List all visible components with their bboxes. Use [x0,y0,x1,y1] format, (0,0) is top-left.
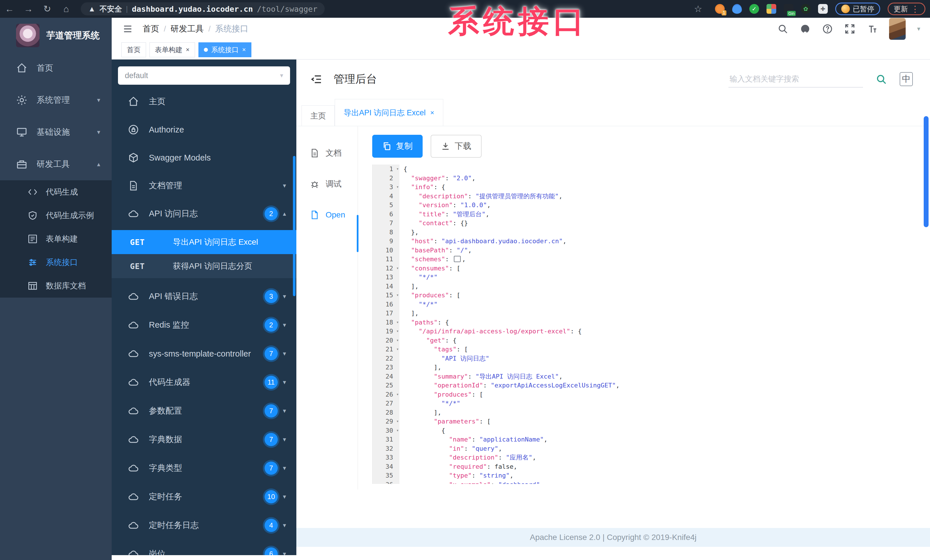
fold-caret-icon[interactable]: ▾ [396,390,399,399]
tag-tab-系统接口[interactable]: 系统接口× [199,42,251,57]
swagger-tag-参数配置[interactable]: 参数配置7▾ [112,397,296,425]
browser-menu-icon[interactable]: ⋮ [911,4,919,14]
sidebar-subitem-系统接口[interactable]: 系统接口 [0,251,112,274]
swagger-item-Authorize[interactable]: Authorize [112,116,296,144]
gutter-line: 24 [373,372,399,381]
swagger-tag-Redis 监控[interactable]: Redis 监控2▾ [112,311,296,339]
profile-paused-pill[interactable]: 已暂停 [835,3,880,15]
blue-drop-extension-icon[interactable] [732,4,742,14]
copy-button[interactable]: 复制 [372,135,423,158]
code-editor[interactable]: 1▾23▾456789101112▾131415▾161718▾19▾20▾21… [372,164,930,484]
fold-caret-icon[interactable]: ▾ [396,164,399,174]
token: "swagger" [411,175,445,182]
search-icon[interactable] [778,23,788,34]
fold-caret-icon[interactable]: ▾ [396,183,399,192]
page-scrollbar-thumb[interactable] [924,116,928,227]
gear-icon [16,94,28,106]
swagger-item-主页[interactable]: 主页 [112,87,296,116]
mini-tab-文档[interactable]: 文档 [296,138,358,169]
fold-caret-icon[interactable]: ▾ [396,264,399,273]
group-select[interactable]: default ▾ [118,66,290,85]
bookmark-star-icon[interactable]: ☆ [688,3,708,14]
mini-tab-调试[interactable]: 调试 [296,169,358,199]
tag-tab-首页[interactable]: 首页 [122,42,146,57]
breadcrumb-item[interactable]: 首页 [143,24,159,33]
swagger-tag-定时任务[interactable]: 定时任务10▾ [112,482,296,511]
swagger-sidebar-scrollbar[interactable] [293,156,296,296]
tag-tab-表单构建[interactable]: 表单构建× [149,42,195,57]
orange-badge-extension-icon[interactable]: 1 [715,4,725,14]
download-button[interactable]: 下载 [431,135,482,158]
doc-tab-导出API 访问日志 Excel[interactable]: 导出API 访问日志 Excel× [335,99,443,126]
fold-caret-icon[interactable]: ▾ [396,336,399,345]
fullscreen-icon[interactable] [844,23,855,34]
fold-caret-icon[interactable]: ▾ [396,345,399,354]
doc-search-input[interactable]: 输入文档关键字搜索 [728,71,863,87]
sidebar-subitem-数据库文档[interactable]: 数据库文档 [0,274,112,298]
puzzle-extension-icon[interactable]: ✚ [818,4,828,14]
doc-tab-主页[interactable]: 主页 [302,105,335,126]
back-icon[interactable]: ← [0,4,19,14]
collapse-sidebar-icon[interactable] [310,74,323,85]
operation-获得API 访问日志分页[interactable]: GET获得API 访问日志分页 [112,254,296,278]
doc-icon [128,180,139,192]
green-check-extension-icon[interactable]: ✓ [749,4,759,14]
app-logo-row[interactable]: 芋道管理系统 [0,18,112,52]
close-icon[interactable]: × [430,109,434,117]
sidebar-subitem-代码生成示例[interactable]: 代码生成示例 [0,204,112,227]
fold-caret-icon[interactable]: ▾ [396,417,399,426]
sidebar-subitem-代码生成[interactable]: 代码生成 [0,180,112,204]
green-leaf-extension-icon[interactable]: ✿ [801,4,811,14]
gin-extension-icon[interactable]: Gin [784,4,793,14]
address-bar[interactable]: ▲ 不安全 | dashboard.yudao.iocoder.cn /tool… [81,2,325,15]
forward-icon[interactable]: → [19,4,38,14]
fold-caret-icon[interactable]: ▾ [396,318,399,327]
count-badge: 3 [265,290,278,303]
close-icon[interactable]: × [186,46,189,54]
browser-home-icon[interactable]: ⌂ [57,4,75,14]
sidebar-subitem-表单构建[interactable]: 表单构建 [0,227,112,251]
color-grid-extension-icon[interactable] [767,4,776,14]
breadcrumb-item[interactable]: 研发工具 [171,24,204,33]
font-size-icon[interactable] [867,23,878,34]
token: , [462,256,466,263]
swagger-item-文档管理[interactable]: 文档管理▾ [112,172,296,200]
swagger-tag-字典类型[interactable]: 字典类型7▾ [112,454,296,482]
question-icon[interactable] [822,23,833,34]
swagger-item-API 访问日志[interactable]: API 访问日志2▴ [112,200,296,228]
sidebar-item-首页[interactable]: 首页 [0,52,112,84]
swagger-tag-API 错误日志[interactable]: API 错误日志3▾ [112,282,296,311]
gutter-line: 7 [373,219,399,228]
swagger-item-Swagger Models[interactable]: Swagger Models [112,144,296,172]
sidebar-item-基础设施[interactable]: 基础设施▾ [0,116,112,148]
token: : [498,454,506,461]
sidebar-item-研发工具[interactable]: 研发工具▴ [0,148,112,180]
fold-caret-icon[interactable]: ▾ [396,291,399,300]
swagger-tag-岗位[interactable]: 岗位6▾ [112,540,296,555]
token: , [513,463,517,470]
doc-search-icon[interactable] [876,74,887,85]
collapsed-fold-box[interactable] [454,256,461,262]
avatar-caret-icon[interactable]: ▾ [917,25,920,33]
line-number: 19 [386,328,393,335]
operation-导出API 访问日志 Excel[interactable]: GET导出API 访问日志 Excel [112,230,296,254]
swagger-tag-代码生成器[interactable]: 代码生成器11▾ [112,368,296,397]
update-pill[interactable]: 更新 ⋮ [888,3,925,15]
user-avatar[interactable] [889,18,906,40]
close-icon[interactable]: × [242,46,246,54]
hamburger-icon[interactable] [122,24,134,34]
swagger-tag-定时任务日志[interactable]: 定时任务日志4▾ [112,511,296,540]
mini-tab-Open[interactable]: Open [296,199,358,230]
swagger-tag-sys-sms-template-controller[interactable]: sys-sms-template-controller7▾ [112,339,296,368]
fold-caret-icon[interactable]: ▾ [396,426,399,435]
swagger-tag-字典数据[interactable]: 字典数据7▾ [112,425,296,454]
reload-icon[interactable]: ↻ [38,3,57,14]
fold-caret-icon[interactable]: ▾ [396,327,399,336]
chevron-down-icon: ▾ [283,436,286,443]
count-badge: 10 [265,490,278,503]
github-icon[interactable] [800,23,811,34]
token: , [563,238,567,245]
sidebar-item-系统管理[interactable]: 系统管理▾ [0,84,112,116]
count-badge: 2 [265,319,278,331]
language-icon[interactable]: 中 [900,72,913,86]
